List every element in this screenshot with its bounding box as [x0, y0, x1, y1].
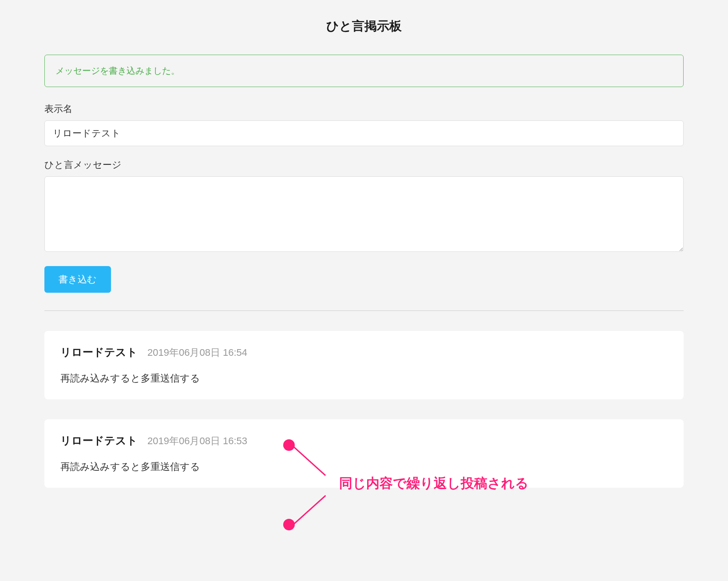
name-input[interactable] [44, 120, 684, 146]
post-card: リロードテスト 2019年06月08日 16:53 再読み込みすると多重送信する [44, 419, 684, 488]
submit-button[interactable]: 書き込む [44, 266, 111, 293]
message-label: ひと言メッセージ [44, 159, 684, 171]
post-card: リロードテスト 2019年06月08日 16:54 再読み込みすると多重送信する [44, 331, 684, 399]
success-alert-text: メッセージを書き込みました。 [55, 66, 180, 76]
name-form-group: 表示名 [44, 103, 684, 146]
message-form-group: ひと言メッセージ [44, 159, 684, 254]
post-header: リロードテスト 2019年06月08日 16:53 [60, 434, 668, 448]
post-body: 再読み込みすると多重送信する [60, 372, 668, 385]
post-header: リロードテスト 2019年06月08日 16:54 [60, 345, 668, 359]
post-timestamp: 2019年06月08日 16:54 [147, 346, 247, 359]
post-timestamp: 2019年06月08日 16:53 [147, 434, 247, 448]
divider [44, 310, 684, 311]
name-label: 表示名 [44, 103, 684, 115]
message-textarea[interactable] [44, 176, 684, 252]
post-author: リロードテスト [60, 434, 138, 448]
post-body: 再読み込みすると多重送信する [60, 460, 668, 474]
post-author: リロードテスト [60, 345, 138, 359]
page-title: ひと言掲示板 [44, 18, 684, 35]
success-alert: メッセージを書き込みました。 [44, 55, 684, 87]
